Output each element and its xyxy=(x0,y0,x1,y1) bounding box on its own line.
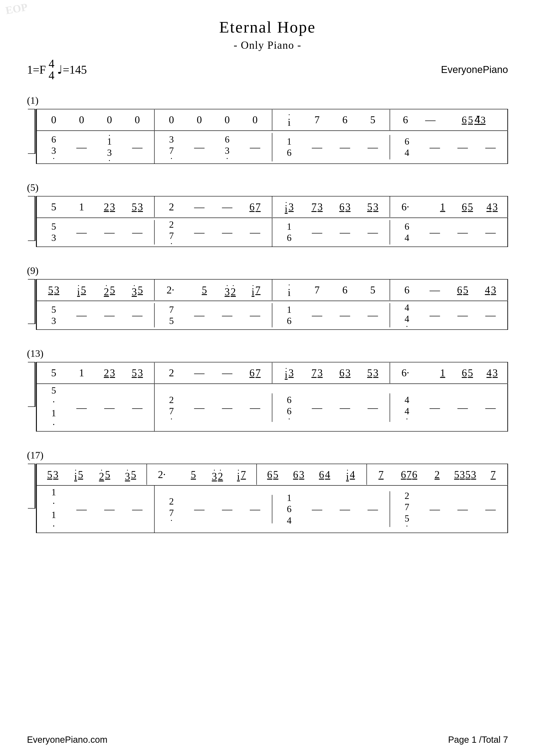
measure-13-bass: 5 · 1 · — — — xyxy=(37,384,155,431)
measure-10-bass: 7 5 — — — xyxy=(155,303,272,328)
note: 0 xyxy=(40,114,68,126)
note-1: 1 xyxy=(68,367,95,379)
note-2dot: 2· xyxy=(158,284,183,296)
measure-18-bass: 2 7 · — — — xyxy=(155,495,272,524)
section-9: (9) 53 i5 xyxy=(27,265,508,330)
dash: — xyxy=(68,503,95,515)
note-2dot: 2· xyxy=(150,469,174,480)
dash: — xyxy=(421,402,448,414)
section-label-13: (13) xyxy=(27,348,508,359)
measure-17-treble: 53 i5 25 35 xyxy=(37,464,147,485)
measure-9-bass: 5 3 — — — xyxy=(37,303,155,328)
bass-stack: 1 6 xyxy=(275,221,303,244)
system-content-13: 5 1 23 53 2 — — 67 xyxy=(36,362,508,432)
treble-row-9: 53 i5 25 35 2· xyxy=(37,279,508,301)
tempo-line: 1=F 4 4 ♩=145 EveryonePiano xyxy=(27,58,508,81)
note-6: 6 xyxy=(393,284,421,296)
measure-1-treble: 0 0 0 0 xyxy=(37,110,155,130)
bass-row-17: 1 · 1 · — — — 2 7 · xyxy=(37,485,508,533)
note: 0 xyxy=(124,114,151,126)
measure-6-bass: 2 7 · — — — xyxy=(155,218,272,247)
final-barline xyxy=(507,464,508,485)
measure-19-bass: 1 6 4 — — — xyxy=(272,491,390,527)
note-73: 73 xyxy=(303,201,331,213)
dash: — xyxy=(449,141,476,153)
note-5: 5 xyxy=(192,284,217,296)
system-1: 0 0 0 0 0 0 0 0 i 7 xyxy=(27,109,508,164)
dash: — xyxy=(359,309,386,321)
note-32: 32 xyxy=(206,467,229,482)
dash: — xyxy=(331,226,359,238)
note-6dot: 6· xyxy=(393,201,417,213)
note-53: 53 xyxy=(124,201,151,213)
bass-stack: 6 4 xyxy=(393,221,421,244)
note: 0 xyxy=(158,114,185,126)
dash: — xyxy=(241,402,269,414)
dash: — xyxy=(421,141,448,153)
dash: — xyxy=(331,141,359,153)
measure-20-bass: 2 7 5 · — — — xyxy=(390,489,507,529)
note-5: 5 xyxy=(40,367,68,379)
dash: — xyxy=(241,141,269,153)
dash: — xyxy=(331,309,359,321)
page-container: EOP Eternal Hope - Only Piano - 1=F 4 4 … xyxy=(0,0,535,756)
dash: — xyxy=(331,402,359,414)
note-23: 23 xyxy=(96,367,123,379)
measure-15-bass: 6 6 · — — — xyxy=(272,393,390,422)
measure-4-treble: 6 — 6 5 4̄3 xyxy=(390,110,507,130)
bass-row-5: 5 3 — — — 2 7 · — xyxy=(37,218,508,247)
bass-stack: 6 6 · xyxy=(275,394,303,421)
dash: — xyxy=(68,226,95,238)
note: 0 xyxy=(213,114,241,126)
bass-stack: 2 7 · xyxy=(158,219,185,246)
note-43: 43 xyxy=(480,367,504,379)
note-65: 65 xyxy=(455,201,480,213)
measure-14-treble: 2 — — 67 xyxy=(155,363,272,383)
note-25: 25 xyxy=(96,282,123,298)
note-5353: 5353 xyxy=(448,469,482,480)
note-2: 2 xyxy=(158,367,185,379)
measure-5-treble: 5 1 23 53 xyxy=(37,197,155,217)
dash: — xyxy=(359,503,386,515)
bass-stack: 7 5 xyxy=(158,304,185,327)
measure-3-bass: 1 6 — — — xyxy=(272,135,390,159)
bass-row-9: 5 3 — — — 7 5 — — — xyxy=(37,301,508,330)
measure-6-treble: 2 — — 67 xyxy=(155,197,272,217)
measure-9-treble: 53 i5 25 35 xyxy=(37,280,155,300)
measure-4-bass: 6 4 — — — xyxy=(390,135,507,159)
dash: — xyxy=(303,503,331,515)
bass-note: 1 xyxy=(287,136,292,147)
note-676: 676 xyxy=(393,469,426,480)
final-barline-bass xyxy=(507,131,508,163)
dash: — xyxy=(185,367,213,379)
bass-stack: 2 7 5 · xyxy=(393,490,421,528)
dash: — xyxy=(185,141,213,153)
note-65: 65 xyxy=(455,367,480,379)
note-64: 64 xyxy=(312,469,337,480)
final-barline xyxy=(507,280,508,300)
bracket-1 xyxy=(27,109,36,164)
note-53: 53 xyxy=(124,367,151,379)
dash: — xyxy=(68,402,95,414)
dash: — xyxy=(213,503,241,515)
bracket-17 xyxy=(27,464,36,533)
measure-7-treble: i3 73 63 53 xyxy=(272,197,390,217)
treble-row-5: 5 1 23 53 2 — — xyxy=(37,196,508,218)
section-1: (1) 0 0 0 0 xyxy=(27,95,508,164)
dash: — xyxy=(241,309,269,321)
dash: — xyxy=(185,226,213,238)
note-1: 1 xyxy=(68,201,95,213)
section-label-5: (5) xyxy=(27,182,508,193)
bass-dot: · xyxy=(171,156,173,161)
note-73: 73 xyxy=(303,367,331,379)
dash: — xyxy=(213,201,241,213)
bass-dot: · xyxy=(53,156,55,161)
final-barline-bass xyxy=(507,384,508,431)
note-63: 63 xyxy=(331,367,359,379)
dash: — xyxy=(185,309,213,321)
note-63: 63 xyxy=(331,201,359,213)
measure-2-treble: 0 0 0 0 xyxy=(155,110,272,130)
note-i3: i3 xyxy=(275,199,303,215)
measure-12-bass: 4 4 · — — — xyxy=(390,301,507,330)
measure-13-treble: 5 1 23 53 xyxy=(37,363,155,383)
